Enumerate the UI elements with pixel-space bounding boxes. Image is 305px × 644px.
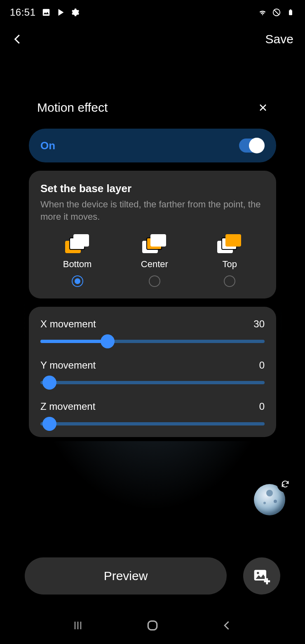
slider-z-label: Z movement [40, 401, 95, 412]
svg-point-5 [257, 572, 259, 574]
add-image-icon [253, 567, 271, 585]
slider-y-value: 0 [259, 360, 265, 371]
svg-rect-0 [42, 9, 49, 16]
preview-thumbnail[interactable] [249, 479, 290, 520]
panel-header: Motion effect [25, 91, 280, 125]
svg-rect-3 [290, 9, 291, 10]
svg-rect-6 [148, 621, 157, 630]
save-button[interactable]: Save [265, 32, 293, 46]
toggle-label: On [40, 139, 55, 152]
layer-options-group: Bottom Center Top [40, 233, 265, 287]
layers-icon [217, 233, 242, 253]
slider-thumb[interactable] [101, 334, 115, 348]
radio-top[interactable] [224, 275, 235, 287]
refresh-badge[interactable] [277, 476, 293, 492]
preview-label: Preview [104, 569, 148, 583]
top-bar: Save [0, 25, 305, 54]
status-right [258, 8, 295, 17]
system-nav-bar [0, 616, 305, 637]
radio-bottom[interactable] [72, 275, 83, 287]
slider-x[interactable] [40, 340, 265, 343]
layers-icon [142, 233, 167, 253]
motion-toggle-switch[interactable] [239, 139, 265, 153]
svg-rect-2 [289, 10, 292, 15]
slider-x-group: X movement 30 [40, 318, 265, 343]
panel-title: Motion effect [37, 101, 108, 115]
status-time: 16:51 [10, 7, 36, 18]
layer-label: Bottom [63, 259, 92, 270]
preview-button[interactable]: Preview [25, 557, 227, 595]
layer-label: Top [223, 259, 237, 270]
slider-x-value: 30 [253, 318, 265, 330]
slider-thumb[interactable] [42, 376, 56, 390]
battery-icon [286, 8, 295, 17]
slider-z[interactable] [40, 422, 265, 425]
back-button[interactable] [12, 33, 24, 45]
base-layer-section: Set the base layer When the device is ti… [29, 171, 276, 298]
radio-center[interactable] [149, 275, 160, 287]
slider-thumb[interactable] [42, 417, 56, 431]
layer-option-top[interactable]: Top [217, 233, 242, 287]
layer-option-center[interactable]: Center [141, 233, 168, 287]
gear-icon [71, 8, 80, 17]
layer-option-bottom[interactable]: Bottom [63, 233, 92, 287]
slider-y-label: Y movement [40, 360, 96, 371]
close-button[interactable] [258, 103, 268, 113]
status-left: 16:51 [10, 7, 80, 18]
layers-icon [65, 233, 90, 253]
no-signal-icon [272, 8, 281, 17]
add-image-button[interactable] [243, 557, 280, 595]
toggle-knob [249, 138, 265, 153]
motion-toggle-row[interactable]: On [29, 129, 276, 162]
bottom-actions: Preview [0, 557, 305, 595]
gallery-icon [42, 8, 51, 17]
slider-x-label: X movement [40, 318, 96, 330]
base-layer-title: Set the base layer [40, 182, 265, 195]
nav-back-button[interactable] [221, 620, 233, 633]
status-bar: 16:51 [0, 0, 305, 25]
wifi-icon [258, 8, 267, 17]
motion-effect-panel: Motion effect On Set the base layer When… [25, 91, 280, 441]
play-store-icon [56, 8, 66, 17]
layer-label: Center [141, 259, 168, 270]
base-layer-desc: When the device is tilted, the farther f… [40, 198, 265, 223]
slider-y-group: Y movement 0 [40, 360, 265, 384]
slider-z-group: Z movement 0 [40, 401, 265, 425]
nav-recents-button[interactable] [72, 620, 84, 633]
slider-z-value: 0 [259, 401, 265, 412]
movement-section: X movement 30 Y movement 0 Z movement 0 [29, 307, 276, 437]
nav-home-button[interactable] [146, 619, 159, 634]
slider-y[interactable] [40, 381, 265, 384]
